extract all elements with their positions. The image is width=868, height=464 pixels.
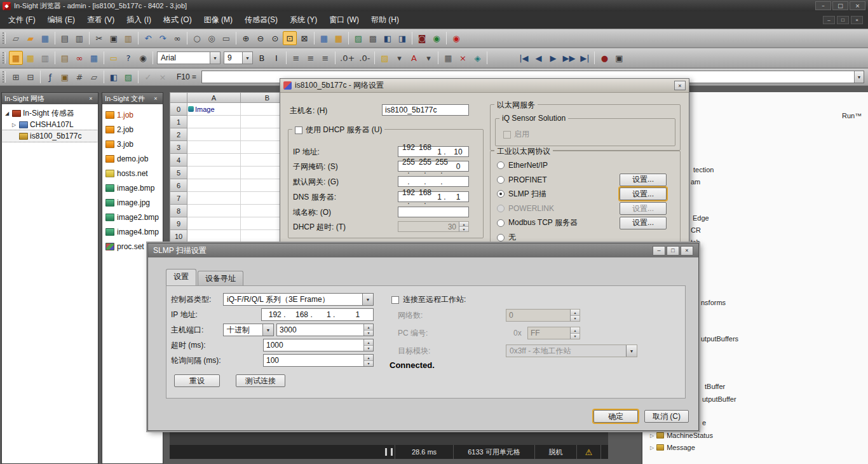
job-tray-icon[interactable]: ▥ (38, 51, 52, 65)
decimal-decrease-icon[interactable]: .0- (357, 51, 372, 65)
radio-slmp-scan[interactable] (497, 190, 505, 198)
row-header-3[interactable]: 3 (170, 141, 187, 154)
circle-region-icon[interactable]: ○ (190, 31, 204, 45)
close-icon[interactable]: × (151, 95, 160, 102)
menu-system[interactable]: 系统 (Y) (284, 11, 323, 29)
slmp-ip-field[interactable]: 192 168 1 1 (261, 308, 374, 321)
minimize-button[interactable]: – (815, 1, 831, 10)
undo-icon[interactable]: ↶ (141, 31, 155, 45)
font-color-icon[interactable]: A (407, 51, 421, 65)
zoom-fit-icon[interactable]: ⊡ (283, 31, 297, 45)
font-size-combo[interactable]: 9 (224, 51, 253, 64)
paste-icon[interactable]: ▥ (121, 31, 135, 45)
cell-A4[interactable] (187, 154, 241, 167)
restore-button[interactable]: □ (832, 1, 848, 10)
save-view-icon[interactable]: ▦ (87, 51, 101, 65)
cell-A9[interactable] (187, 217, 241, 230)
cell-A2[interactable] (187, 128, 241, 141)
cut-icon[interactable]: ✂ (92, 31, 106, 45)
row-header-7[interactable]: 7 (170, 192, 187, 205)
tab-device-addressing[interactable]: 设备寻址 (198, 271, 243, 286)
show-overlay-icon[interactable]: ▩ (366, 31, 380, 45)
port-base-combo[interactable]: 十进制 (223, 324, 274, 336)
zoom-out-icon[interactable]: ⊖ (254, 31, 268, 45)
cell-A1[interactable] (187, 116, 241, 128)
live-acquire-icon[interactable]: ◉ (430, 31, 444, 45)
radio-ethernet-ip[interactable] (497, 161, 505, 169)
insert-sheet-icon[interactable]: ▦ (317, 31, 331, 45)
toolbar-grip[interactable] (3, 32, 6, 44)
toolbar-grip[interactable] (3, 52, 6, 64)
spin-up-icon[interactable]: ▴ (364, 324, 373, 331)
dhcp-checkbox[interactable] (295, 126, 302, 134)
find-icon[interactable]: ∞ (170, 31, 184, 45)
row-header-9[interactable]: 9 (170, 217, 187, 230)
chevron-down-icon[interactable] (854, 71, 864, 83)
gateway-field[interactable] (398, 176, 469, 187)
spin-down-icon[interactable]: ▾ (364, 346, 373, 351)
palette-item-utputbuffers[interactable]: utputBuffers (701, 335, 738, 343)
stop-playback-icon[interactable]: ▣ (612, 51, 626, 65)
file-item-image-bmp[interactable]: image.bmp (102, 181, 163, 195)
hostname-field[interactable]: is8100_5b177c (382, 104, 469, 116)
tab-settings[interactable]: 设置 (166, 269, 196, 285)
mdi-close-button[interactable]: × (851, 16, 863, 24)
settings-button-powerlink[interactable]: 设置... (620, 202, 667, 215)
next-record-icon[interactable]: ▶▶ (560, 51, 577, 65)
settings-button-profinet[interactable]: 设置... (620, 174, 667, 186)
spin-down-icon[interactable]: ▾ (364, 331, 373, 336)
row-header-4[interactable]: 4 (170, 154, 187, 167)
close-button[interactable]: × (850, 1, 865, 10)
align-center-icon[interactable]: ≡ (304, 51, 318, 65)
menu-file[interactable]: 文件 (F) (3, 11, 41, 29)
menu-format[interactable]: 格式 (O) (158, 11, 198, 29)
radio-profinet[interactable] (497, 176, 505, 184)
rect-region-icon[interactable]: ▭ (219, 31, 233, 45)
cancel-button[interactable]: 取消 (C) (644, 410, 689, 423)
spin-up-icon[interactable]: ▴ (364, 355, 373, 361)
file-item-image2-bmp[interactable]: image2.bmp (102, 210, 163, 224)
cell-A0[interactable]: Image (187, 103, 241, 116)
menu-edit[interactable]: 编辑 (E) (42, 11, 81, 29)
dialog-title-bar[interactable]: is8100_5b177c - 网络设置 × (280, 79, 689, 93)
row-header-10[interactable]: 10 (170, 230, 187, 243)
radio-modbus-tcp[interactable] (497, 219, 505, 227)
crop-image-icon[interactable]: # (72, 70, 86, 84)
tree-item-sensors-root[interactable]: ◢ In-Sight 传感器 (2, 107, 98, 119)
zoom-actual-icon[interactable]: ⊙ (268, 31, 282, 45)
edit-region-icon[interactable]: ▱ (87, 70, 101, 84)
redo-icon[interactable]: ↷ (156, 31, 170, 45)
file-item-3-job[interactable]: 3.job (102, 137, 163, 151)
print-icon[interactable]: ▤ (58, 31, 72, 45)
close-button[interactable]: × (681, 246, 693, 256)
radio-powerlink[interactable] (497, 205, 505, 212)
show-image-icon[interactable]: ▨ (351, 31, 365, 45)
menu-insert[interactable]: 插入 (I) (121, 11, 157, 29)
poll-interval-spinner[interactable]: 100 ▴▾ (263, 354, 374, 367)
cell-A6[interactable] (187, 179, 241, 192)
cell-A10[interactable] (187, 230, 241, 243)
file-item-image4-bmp[interactable]: image4.bmp (102, 224, 163, 239)
row-header-5[interactable]: 5 (170, 167, 187, 179)
monitor-view-icon[interactable]: ◧ (381, 31, 395, 45)
settings-button-slmp-scan[interactable]: 设置... (620, 188, 667, 200)
reset-button[interactable]: 重设 (174, 374, 220, 387)
first-record-icon[interactable]: |◀ (517, 51, 531, 65)
fill-color-icon[interactable]: ▨ (377, 51, 391, 65)
mdi-restore-button[interactable]: □ (837, 16, 849, 24)
menu-image[interactable]: 图像 (M) (198, 11, 238, 29)
test-connection-button[interactable]: 测试连接 (236, 374, 285, 387)
align-left-icon[interactable]: ≡ (289, 51, 303, 65)
tree-expanded-icon[interactable]: ◢ (4, 111, 10, 116)
row-header-2[interactable]: 2 (170, 128, 187, 141)
toolbar-grip[interactable] (3, 71, 6, 83)
ok-button[interactable]: 确定 (593, 410, 638, 423)
insert-function-icon[interactable]: ƒ (43, 70, 57, 84)
palette-item-machinestatus[interactable]: ▷MachineStatus (650, 432, 713, 439)
accept-edit-icon[interactable]: ✓ (141, 70, 155, 84)
chevron-down-icon[interactable] (362, 294, 373, 305)
chevron-down-icon[interactable] (210, 52, 220, 64)
mdi-minimize-button[interactable]: – (823, 16, 835, 24)
tree-item-sensor[interactable]: is8100_5b177c (2, 130, 98, 142)
zoom-in-icon[interactable]: ⊕ (239, 31, 253, 45)
